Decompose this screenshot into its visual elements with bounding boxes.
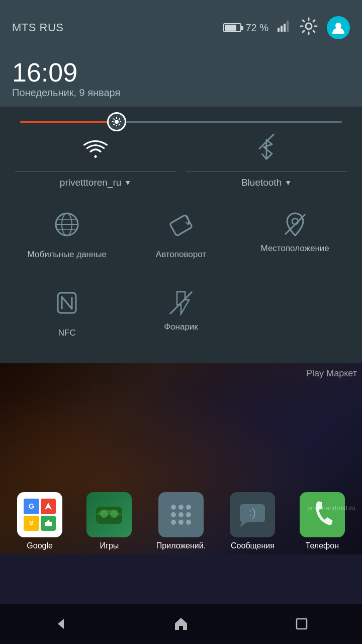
bt-dropdown-arrow[interactable]: ▼ [285,179,292,187]
svg-point-6 [115,120,119,124]
location-toggle[interactable]: Местоположение [238,201,352,270]
svg-line-14 [119,119,120,120]
location-icon [282,211,308,237]
mobile-data-label: Мобильные данные [28,250,107,260]
globe-icon [54,211,80,244]
status-bar: MTS RUS 72 % [0,0,362,55]
wifi-icon-area [83,138,108,167]
location-label: Местоположение [261,244,329,254]
bluetooth-icon-area [257,138,276,167]
wifi-toggle[interactable]: privetttoren_ru ▼ [10,133,181,196]
svg-point-35 [171,512,176,517]
google-app[interactable]: G M Google [17,492,62,550]
apps-label: Приложений. [156,541,206,550]
wifi-divider [15,172,176,172]
app-dock: G M Google [0,487,362,554]
svg-point-22 [292,218,298,224]
battery-container: 72 % [223,22,268,34]
rotate-icon [168,211,194,244]
sun-icon [112,117,122,127]
messages-app[interactable]: :) Сообщения [230,492,275,550]
svg-point-4 [306,23,312,29]
svg-marker-44 [175,618,187,630]
svg-line-12 [119,124,120,125]
svg-rect-3 [287,21,289,32]
svg-marker-43 [58,619,64,629]
nfc-label: NFC [58,328,76,338]
svg-marker-28 [47,520,50,522]
messages-icon: :) [230,492,275,537]
svg-point-38 [171,520,176,525]
carrier-label: MTS RUS [12,21,64,34]
autorotate-label: Автоповорот [156,250,206,260]
svg-point-40 [186,520,191,525]
svg-point-36 [178,512,184,517]
svg-point-39 [178,520,184,525]
bluetooth-label: Bluetooth [241,177,282,188]
svg-line-13 [114,124,115,125]
back-button[interactable] [45,609,75,639]
svg-text::): :) [249,506,256,519]
svg-rect-45 [297,619,307,629]
svg-point-31 [110,510,118,518]
battery-icon [223,23,241,32]
svg-rect-29 [96,507,122,524]
svg-line-15 [262,153,266,159]
nfc-toggle[interactable]: NFC [10,280,124,348]
svg-line-11 [114,119,115,120]
notification-panel: privetttoren_ru ▼ Bluetooth ▼ [0,107,362,363]
svg-point-34 [186,505,191,510]
date-display: Понедельник, 9 января [12,87,350,99]
games-app-icon [86,492,132,537]
svg-point-32 [171,505,176,510]
bt-divider [186,172,347,172]
mobile-data-toggle[interactable]: Мобильные данные [10,201,124,270]
bottom-toggles: NFC Фонарик [0,275,362,353]
messages-label: Сообщения [231,541,275,550]
nav-bar [0,604,362,644]
user-avatar[interactable] [327,16,350,39]
phone-app[interactable]: Телефон [300,492,345,550]
phone-label: Телефон [306,541,339,550]
apps-drawer[interactable]: Приложений. [156,492,206,550]
svg-rect-27 [45,522,52,526]
svg-point-37 [186,512,191,517]
nfc-icon [54,290,80,322]
bt-label-row: Bluetooth ▼ [241,177,292,188]
play-market-label: Play Маркет [306,368,357,379]
attribution-text: privet-android.ru [307,504,355,512]
svg-point-30 [100,510,108,518]
time-date-area: 16:09 Понедельник, 9 января [0,55,362,107]
status-left: MTS RUS [12,21,64,34]
flashlight-label: Фонарик [164,322,198,332]
google-app-icon: G M [17,492,62,537]
status-right: 72 % [223,16,350,39]
flashlight-toggle[interactable]: Фонарик [124,280,238,348]
recents-button[interactable] [287,609,317,639]
brightness-slider[interactable] [20,121,342,123]
svg-rect-1 [281,26,283,32]
bluetooth-toggle[interactable]: Bluetooth ▼ [181,133,352,196]
brightness-row[interactable] [0,107,362,133]
settings-icon[interactable] [300,17,318,39]
svg-point-33 [178,505,184,510]
home-button[interactable] [166,609,196,639]
apps-icon [158,492,204,537]
wifi-label-row: privetttoren_ru ▼ [60,177,131,188]
wifi-dropdown-arrow[interactable]: ▼ [124,179,131,187]
autorotate-toggle[interactable]: Автоповорот [124,201,238,270]
battery-percent: 72 % [245,22,268,34]
google-app-label: Google [27,541,53,550]
brightness-thumb[interactable] [107,112,126,131]
games-app-label: Игры [100,541,119,550]
brightness-fill [20,121,117,123]
grid-toggles: Мобильные данные Автоповорот [0,196,362,275]
svg-rect-21 [169,215,192,236]
games-app[interactable]: Игры [86,492,132,550]
time-display: 16:09 [12,58,350,87]
homescreen-area: Play Маркет G M Google [0,363,362,554]
wifi-icon [83,138,108,161]
wifi-label: privetttoren_ru [60,177,122,188]
svg-rect-0 [278,28,280,32]
svg-rect-2 [284,24,286,32]
